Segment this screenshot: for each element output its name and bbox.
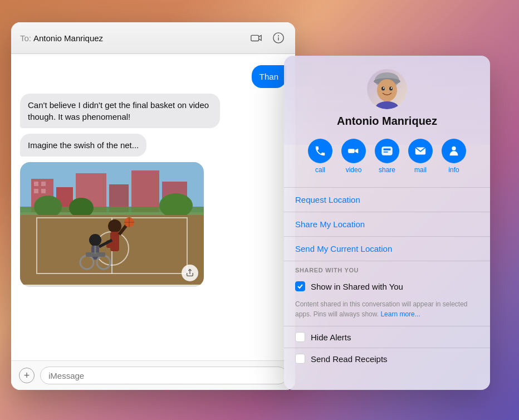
- video-camera-icon: [250, 32, 262, 44]
- send-read-receipts-checkbox[interactable]: [295, 354, 305, 364]
- message-text: Can't believe I didn't get the final bas…: [28, 100, 209, 121]
- message-input-field[interactable]: [40, 367, 287, 384]
- share-action: share: [375, 139, 399, 174]
- mail-icon: [414, 145, 427, 157]
- info-circle-icon: [272, 32, 285, 44]
- message-input-bar: +: [11, 360, 295, 390]
- info-label: info: [448, 166, 459, 174]
- call-label: call: [315, 166, 325, 174]
- send-current-location-button[interactable]: Send My Current Location: [284, 237, 490, 261]
- svg-point-3: [278, 36, 279, 36]
- message-bubble-outgoing: Than: [252, 65, 286, 88]
- header-to-section: To: Antonio Manriquez: [20, 33, 103, 43]
- info-contact-button[interactable]: [442, 139, 466, 163]
- hide-alerts-checkbox[interactable]: [295, 332, 305, 342]
- messages-body[interactable]: Than Can't believe I didn't get the fina…: [11, 54, 295, 360]
- basketball-court-image: [20, 162, 204, 285]
- video-label: video: [346, 166, 362, 174]
- plus-icon: +: [24, 370, 30, 380]
- show-in-shared-checkbox[interactable]: [295, 281, 305, 291]
- svg-point-42: [381, 87, 385, 91]
- svg-point-44: [383, 87, 384, 89]
- checkmark-icon: [297, 283, 303, 290]
- share-my-location-button[interactable]: Share My Location: [284, 212, 490, 236]
- show-in-shared-row: Show in Shared with You: [284, 276, 490, 297]
- message-row-outgoing: Than: [20, 65, 286, 88]
- svg-point-41: [377, 79, 397, 101]
- header-icons-group: [248, 30, 286, 46]
- mail-action: mail: [408, 139, 433, 174]
- info-button[interactable]: [271, 30, 286, 46]
- message-text: Than: [260, 72, 278, 81]
- call-button[interactable]: [308, 139, 332, 163]
- mail-button[interactable]: [408, 139, 433, 163]
- message-text: Imagine the swish of the net...: [28, 140, 139, 150]
- image-share-button[interactable]: [182, 265, 198, 281]
- svg-point-45: [391, 87, 392, 89]
- svg-point-53: [452, 146, 456, 150]
- send-read-receipts-label: Send Read Receipts: [311, 354, 388, 364]
- contact-panel-name: Antonio Manriquez: [337, 115, 437, 128]
- action-buttons-row: call video: [308, 139, 466, 174]
- contact-info-panel: Antonio Manriquez call video: [284, 56, 490, 390]
- svg-point-31: [89, 234, 101, 246]
- header-contact-name: Antonio Manriquez: [33, 33, 103, 43]
- window-header: To: Antonio Manriquez: [11, 22, 295, 54]
- shared-with-you-section-label: SHARED WITH YOU: [284, 261, 490, 276]
- share-contact-icon: [381, 145, 393, 157]
- svg-rect-8: [34, 189, 38, 193]
- message-bubble-incoming-1: Can't believe I didn't get the final bas…: [20, 94, 220, 128]
- call-action: call: [308, 139, 332, 174]
- svg-rect-13: [131, 170, 159, 212]
- svg-rect-0: [251, 35, 259, 41]
- learn-more-link[interactable]: Learn more...: [380, 310, 420, 318]
- share-icon: [185, 268, 194, 277]
- phone-icon: [314, 145, 326, 157]
- send-read-receipts-row: Send Read Receipts: [284, 348, 490, 369]
- contact-avatar: [367, 69, 407, 109]
- avatar-memoji: [367, 69, 407, 109]
- message-bubble-incoming-2: Imagine the swish of the net...: [20, 134, 146, 157]
- request-location-button[interactable]: Request Location: [284, 188, 490, 212]
- message-row-image: [20, 162, 286, 287]
- video-action: video: [341, 139, 366, 174]
- svg-point-18: [159, 193, 193, 218]
- video-button[interactable]: [341, 139, 366, 163]
- message-row-incoming-2: Imagine the swish of the net...: [20, 134, 286, 157]
- panel-body: Request Location Share My Location Send …: [284, 187, 490, 369]
- svg-rect-7: [41, 182, 46, 186]
- info-action: info: [442, 139, 466, 174]
- svg-rect-9: [41, 189, 46, 193]
- share-label: share: [379, 166, 395, 174]
- svg-point-43: [389, 87, 393, 91]
- svg-rect-6: [34, 182, 38, 186]
- hide-alerts-label: Hide Alerts: [311, 333, 351, 342]
- message-row-incoming-1: Can't believe I didn't get the final bas…: [20, 94, 286, 128]
- shared-info-text: Content shared in this conversation will…: [284, 297, 490, 326]
- svg-point-47: [376, 101, 398, 109]
- image-message-bubble: [20, 162, 204, 287]
- share-contact-button[interactable]: [375, 139, 399, 163]
- panel-content: Antonio Manriquez call video: [284, 56, 490, 187]
- add-attachment-button[interactable]: +: [19, 368, 35, 383]
- info-contact-icon: [448, 145, 460, 157]
- svg-point-16: [34, 196, 62, 218]
- video-icon: [347, 145, 360, 157]
- svg-rect-50: [384, 148, 391, 150]
- video-call-button[interactable]: [248, 30, 264, 46]
- show-in-shared-label: Show in Shared with You: [311, 282, 403, 291]
- messages-window: To: Antonio Manriquez Th: [11, 22, 295, 390]
- svg-point-17: [69, 198, 94, 218]
- mail-label: mail: [414, 166, 427, 174]
- to-label: To:: [20, 33, 31, 43]
- svg-rect-48: [382, 147, 392, 155]
- hide-alerts-row: Hide Alerts: [284, 326, 490, 348]
- svg-rect-51: [384, 152, 388, 153]
- svg-point-24: [108, 219, 121, 233]
